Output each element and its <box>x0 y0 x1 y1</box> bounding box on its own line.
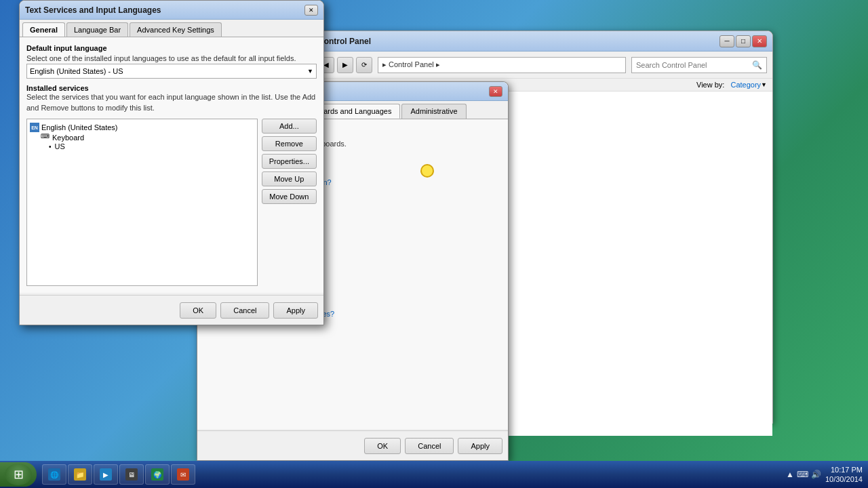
start-button[interactable]: ⊞ <box>0 462 37 487</box>
bullet-icon: • <box>49 143 52 150</box>
ts-installed-section: Installed services Select the services t… <box>26 84 317 113</box>
ts-move-down-button[interactable]: Move Down <box>262 189 317 204</box>
cp-refresh-button[interactable]: ⟳ <box>356 57 372 73</box>
cp-minimize-button[interactable]: ─ <box>719 35 734 47</box>
systray: ▲ ⌨ 🔊 10:17 PM 10/30/2014 <box>781 465 868 485</box>
ts-installed-label: Installed services <box>26 84 317 92</box>
taskbar-item-mail[interactable]: ✉ <box>171 464 195 485</box>
cp-search-input[interactable] <box>636 61 749 69</box>
taskbar-items: 🌐 📁 ▶ 🖥 🌍 ✉ <box>39 464 781 485</box>
region-dialog-footer: OK Cancel Apply <box>197 430 508 460</box>
taskbar-item-explorer[interactable]: 📁 <box>68 464 92 485</box>
ts-move-up-button[interactable]: Move Up <box>262 171 317 186</box>
cp-address-bar[interactable]: ▸ Control Panel ▸ <box>378 57 626 73</box>
ts-dialog-title: Text Services and Input Languages <box>25 5 161 15</box>
systray-icons: ▲ ⌨ 🔊 <box>786 470 821 479</box>
ts-dialog-footer: OK Cancel Apply <box>20 295 323 325</box>
ts-action-buttons: Add... Remove Properties... Move Up Move… <box>262 119 317 286</box>
category-dropdown[interactable]: Category <box>730 81 761 89</box>
control-panel-title: Control Panel <box>318 37 371 46</box>
ts-tabs: General Language Bar Advanced Key Settin… <box>20 20 323 37</box>
ts-ok-button[interactable]: OK <box>180 302 216 319</box>
ts-tab-advanced-key[interactable]: Advanced Key Settings <box>130 22 222 37</box>
control-panel-titlebar: Control Panel ─ □ ✕ <box>313 31 772 52</box>
ts-tree-keyboard-row: ⌨ Keyboard <box>41 133 254 142</box>
ts-tree-us-label: US <box>55 142 65 150</box>
view-by-label: View by: <box>696 81 724 89</box>
ts-tree-keyboard-label: Keyboard <box>52 134 84 142</box>
clock-date: 10/30/2014 <box>825 474 863 484</box>
desktop: Control Panel ─ □ ✕ ◀ ▶ ⟳ ▸ Control Pane… <box>0 0 868 488</box>
cp-maximize-button[interactable]: □ <box>736 35 751 47</box>
cp-address-text: ▸ Control Panel ▸ <box>382 60 440 69</box>
region-dialog-close-button[interactable]: ✕ <box>489 86 502 97</box>
display-icon: 🖥 <box>125 468 138 481</box>
view-by-spacer <box>726 81 728 89</box>
ts-apply-button[interactable]: Apply <box>273 302 318 319</box>
clock-time: 10:17 PM <box>825 465 863 474</box>
cp-close-button[interactable]: ✕ <box>752 35 767 47</box>
text-services-dialog: Text Services and Input Languages ✕ Gene… <box>19 0 324 325</box>
ts-tab-language-bar[interactable]: Language Bar <box>66 22 128 37</box>
en-lang-icon: EN <box>30 123 39 132</box>
ts-titlebar: Text Services and Input Languages ✕ <box>20 1 323 20</box>
media-icon: ▶ <box>100 468 112 481</box>
ts-default-input-label: Default input language <box>26 44 317 52</box>
taskbar-item-display[interactable]: 🖥 <box>119 464 144 485</box>
region-cancel-button[interactable]: Cancel <box>405 438 454 454</box>
taskbar-item-network[interactable]: 🌍 <box>145 464 170 485</box>
systray-keyboard-icon: ⌨ <box>797 470 808 479</box>
search-icon: 🔍 <box>752 60 762 70</box>
ts-body: Default input language Select one of the… <box>20 37 323 293</box>
cp-toolbar: ◀ ▶ ⟳ ▸ Control Panel ▸ 🔍 <box>313 52 772 79</box>
ts-tree-us-row: • US <box>49 142 254 150</box>
taskbar: ⊞ 🌐 📁 ▶ 🖥 🌍 ✉ ▲ ⌨ <box>0 461 868 488</box>
network-icon: 🌍 <box>151 468 163 481</box>
region-ok-button[interactable]: OK <box>364 438 401 454</box>
ts-default-input-desc: Select one of the installed input langua… <box>26 54 317 64</box>
ts-cancel-button[interactable]: Cancel <box>220 302 269 319</box>
cp-search-box: 🔍 <box>631 57 767 73</box>
ie-icon: 🌐 <box>48 468 60 481</box>
systray-volume-icon[interactable]: 🔊 <box>811 470 821 479</box>
ts-default-language-dropdown[interactable]: English (United States) - US ▼ <box>26 64 317 79</box>
ts-properties-button[interactable]: Properties... <box>262 154 317 169</box>
chevron-down-icon: ▼ <box>307 68 313 75</box>
taskbar-item-media[interactable]: ▶ <box>94 464 118 485</box>
ts-tree-item-en: EN English (United States) <box>30 122 254 133</box>
category-dropdown-arrow: ▼ <box>761 81 767 88</box>
ts-tree-area: EN English (United States) ⌨ Keyboard • … <box>26 119 317 286</box>
ts-language-tree: EN English (United States) ⌨ Keyboard • … <box>26 119 258 286</box>
tab-administrative[interactable]: Administrative <box>401 104 466 119</box>
start-orb-icon: ⊞ <box>5 464 32 485</box>
system-clock: 10:17 PM 10/30/2014 <box>825 465 863 485</box>
ts-installed-desc: Select the services that you want for ea… <box>26 92 317 113</box>
systray-arrow-icon[interactable]: ▲ <box>786 470 794 479</box>
cp-forward-button[interactable]: ▶ <box>337 57 353 73</box>
ts-add-button[interactable]: Add... <box>262 119 317 134</box>
ts-tab-general[interactable]: General <box>22 22 65 37</box>
keyboard-icon: ⌨ <box>41 133 50 142</box>
ts-default-input-section: Default input language Select one of the… <box>26 44 317 79</box>
region-apply-button[interactable]: Apply <box>458 438 502 454</box>
explorer-icon: 📁 <box>74 468 86 481</box>
mail-icon: ✉ <box>177 468 189 481</box>
ts-remove-button[interactable]: Remove <box>262 136 317 151</box>
ts-tree-lang-name: English (United States) <box>41 123 118 131</box>
taskbar-item-ie[interactable]: 🌐 <box>42 464 66 485</box>
ts-default-language-value: English (United States) - US <box>30 67 123 75</box>
ts-close-button[interactable]: ✕ <box>304 5 318 16</box>
cp-title-buttons: ─ □ ✕ <box>719 35 767 47</box>
